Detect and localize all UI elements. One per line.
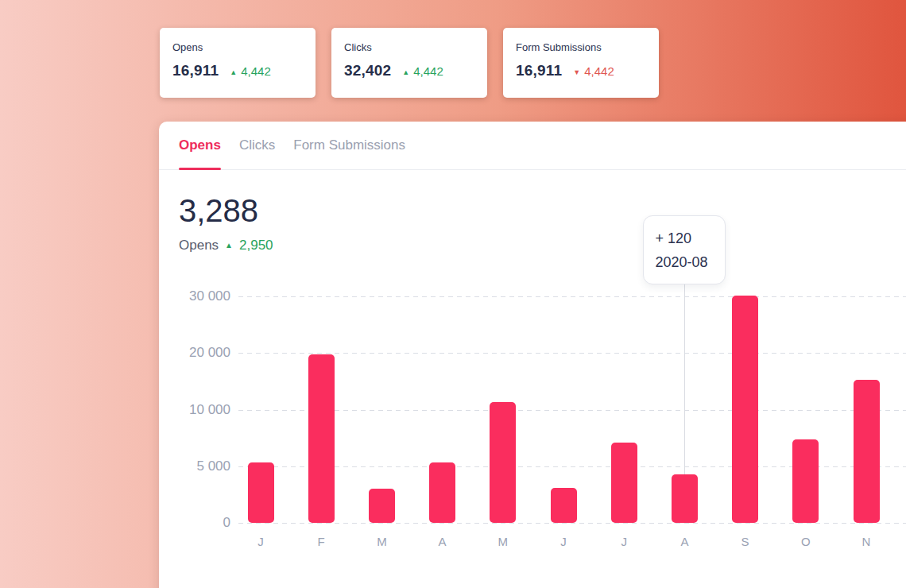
y-axis-tick-label: 10 000	[159, 402, 230, 418]
x-axis-tick-label: S	[726, 535, 765, 548]
tooltip-delta: + 120	[655, 226, 725, 250]
down-triangle-icon: ▼	[573, 68, 580, 76]
bar-F-1[interactable]	[308, 354, 335, 523]
dashboard-background: Opens 16,911 ▲ 4,442 Clicks 32,402 ▲ 4,4…	[0, 0, 906, 588]
bar-M-2[interactable]	[369, 489, 395, 523]
stat-card-value: 16,911	[172, 62, 219, 79]
up-triangle-icon: ▲	[402, 68, 409, 76]
stat-card-delta-value: 4,442	[241, 64, 271, 78]
gridline	[238, 523, 906, 524]
x-axis-tick-label: N	[846, 535, 886, 548]
x-axis-tick-label: M	[483, 535, 523, 548]
x-axis-tick-label: M	[362, 535, 401, 548]
bar-N-10[interactable]	[854, 380, 880, 523]
bar-A-3[interactable]	[429, 462, 455, 523]
bar-J-6[interactable]	[611, 443, 637, 523]
stat-card-opens: Opens 16,911 ▲ 4,442	[160, 28, 316, 98]
up-triangle-icon: ▲	[230, 68, 237, 76]
x-axis-tick-label: O	[786, 535, 826, 548]
gridline	[238, 410, 906, 411]
stat-card-clicks: Clicks 32,402 ▲ 4,442	[331, 28, 487, 98]
x-axis-tick-label: J	[604, 535, 644, 548]
chart-tooltip: + 120 2020-08	[643, 215, 726, 284]
bar-chart: 05 00010 00020 00030 000JFMAMJJASON	[159, 122, 906, 588]
stat-card-delta: ▲ 4,442	[230, 64, 270, 78]
y-axis-tick-label: 20 000	[159, 345, 230, 361]
gridline	[238, 296, 906, 297]
y-axis-tick-label: 5 000	[159, 458, 230, 474]
bar-A-7[interactable]	[672, 474, 698, 523]
tooltip-pointer-line	[684, 284, 685, 474]
bar-M-4[interactable]	[490, 402, 516, 523]
stat-card-label: Form Submissions	[516, 41, 646, 53]
stat-card-label: Opens	[172, 41, 303, 53]
stat-card-delta: ▼ 4,442	[573, 64, 614, 78]
x-axis-tick-label: A	[664, 535, 704, 548]
stat-card-delta: ▲ 4,442	[402, 64, 443, 78]
bar-O-9[interactable]	[792, 439, 819, 523]
stat-card-value: 32,402	[344, 62, 391, 79]
analytics-panel: Opens Clicks Form Submissions 3,288 Open…	[159, 122, 906, 588]
x-axis-tick-label: A	[423, 535, 463, 548]
x-axis-tick-label: F	[301, 535, 341, 548]
bar-S-8[interactable]	[732, 296, 758, 523]
stat-card-delta-value: 4,442	[413, 64, 443, 78]
stat-card-form-submissions: Form Submissions 16,911 ▼ 4,442	[503, 28, 659, 98]
stat-card-delta-value: 4,442	[584, 64, 614, 78]
bar-J-0[interactable]	[248, 462, 274, 523]
gridline	[238, 353, 906, 354]
stat-card-value: 16,911	[516, 62, 562, 79]
stat-card-label: Clicks	[344, 41, 474, 53]
tooltip-date: 2020-08	[655, 250, 725, 274]
y-axis-tick-label: 30 000	[159, 288, 230, 304]
x-axis-tick-label: J	[544, 535, 583, 548]
bar-J-5[interactable]	[551, 488, 577, 523]
y-axis-tick-label: 0	[159, 515, 230, 531]
x-axis-tick-label: J	[241, 535, 281, 548]
